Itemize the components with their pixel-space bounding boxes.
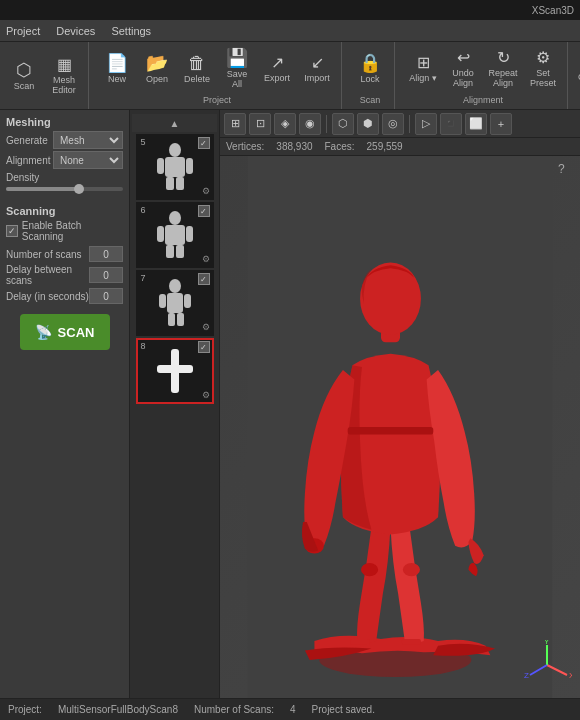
vp-btn-4[interactable]: ◉ xyxy=(299,113,321,135)
meshing-section: Meshing Generate Mesh Point Cloud Alignm… xyxy=(6,116,123,197)
scan-button[interactable]: 📡 SCAN xyxy=(20,314,110,350)
svg-rect-9 xyxy=(165,225,185,245)
lock-label: Lock xyxy=(360,74,379,84)
scan-thumb-8-number: 8 xyxy=(141,341,146,351)
repeat-align-icon: ↻ xyxy=(497,50,510,66)
scan-thumb-6-check[interactable]: ✓ xyxy=(198,205,210,217)
toolbar-group-project: 📄 New 📂 Open 🗑 Delete 💾 Save All ↗ Expor… xyxy=(93,42,342,109)
new-label: New xyxy=(108,74,126,84)
export-label: Export xyxy=(264,73,290,83)
alignment-row: Alignment None Auto Manual xyxy=(6,151,123,169)
status-num-scans-value: 4 xyxy=(290,704,296,715)
generate-label: Generate xyxy=(6,135,48,146)
vp-btn-play[interactable]: ▷ xyxy=(415,113,437,135)
vp-btn-6[interactable]: ⬢ xyxy=(357,113,379,135)
export-button[interactable]: ↗ Export xyxy=(259,47,295,91)
delay-seconds-row: Delay (in seconds) xyxy=(6,288,123,304)
delete-button[interactable]: 🗑 Delete xyxy=(179,47,215,91)
num-scans-input[interactable] xyxy=(89,246,123,262)
vertices-label: Vertices: xyxy=(226,141,264,152)
svg-rect-10 xyxy=(157,226,164,242)
enable-batch-checkbox[interactable]: ✓ xyxy=(6,225,18,237)
scan-group-label: Scan xyxy=(360,95,381,105)
svg-line-36 xyxy=(530,665,547,675)
svg-rect-20 xyxy=(184,294,191,308)
scan-thumb-7[interactable]: 7 ✓ ⚙ xyxy=(136,270,214,336)
align-button[interactable]: ⊞ Align ▾ xyxy=(405,47,441,91)
menu-settings[interactable]: Settings xyxy=(111,25,151,37)
delay-between-input[interactable] xyxy=(89,267,123,283)
repeat-align-button[interactable]: ↻ RepeatAlign xyxy=(485,47,521,91)
alignment-label: Alignment xyxy=(6,155,50,166)
num-scans-row: Number of scans xyxy=(6,246,123,262)
lock-button[interactable]: 🔒 Lock xyxy=(352,47,388,91)
scan-mode-button[interactable]: ⬡ Scan xyxy=(6,54,42,98)
alignment-dropdown[interactable]: None Auto Manual xyxy=(53,151,123,169)
delete-label: Delete xyxy=(184,74,210,84)
menu-devices[interactable]: Devices xyxy=(56,25,95,37)
set-preset-button[interactable]: ⚙ SetPreset xyxy=(525,47,561,91)
toolbar-group-combine: ⬡ Combine ⬡ Uncombine Combine xyxy=(572,42,580,109)
undo-align-label: UndoAlign xyxy=(452,68,474,88)
svg-point-26 xyxy=(361,563,378,576)
new-icon: 📄 xyxy=(106,54,128,72)
save-all-button[interactable]: 💾 Save All xyxy=(219,47,255,91)
viewport-canvas[interactable]: ? xyxy=(220,156,580,698)
set-preset-icon: ⚙ xyxy=(536,50,550,66)
density-label: Density xyxy=(6,172,39,183)
open-button[interactable]: 📂 Open xyxy=(139,47,175,91)
delay-seconds-input[interactable] xyxy=(89,288,123,304)
scan-thumb-5[interactable]: 5 ✓ ⚙ xyxy=(136,134,214,200)
save-all-icon: 💾 xyxy=(226,49,248,67)
vp-btn-5[interactable]: ⬡ xyxy=(332,113,354,135)
menu-project[interactable]: Project xyxy=(6,25,40,37)
viewport-toolbar: ⊞ ⊡ ◈ ◉ ⬡ ⬢ ◎ ▷ ◾ ⬜ + xyxy=(220,110,580,138)
delay-seconds-label: Delay (in seconds) xyxy=(6,291,89,302)
svg-point-15 xyxy=(169,279,181,293)
toolbar-group-alignment: ⊞ Align ▾ ↩ UndoAlign ↻ RepeatAlign ⚙ Se… xyxy=(399,42,568,109)
scan-wifi-icon: 📡 xyxy=(35,324,52,340)
generate-dropdown[interactable]: Mesh Point Cloud xyxy=(53,131,123,149)
scan-thumb-7-preview xyxy=(147,277,203,329)
svg-rect-4 xyxy=(186,158,193,174)
density-slider-thumb[interactable] xyxy=(74,184,84,194)
vp-btn-plus[interactable]: + xyxy=(490,113,512,135)
status-num-scans-label: Number of Scans: xyxy=(194,704,274,715)
scan-thumb-7-number: 7 xyxy=(141,273,146,283)
toolbar-group-scan: 🔒 Lock Scan xyxy=(346,42,395,109)
svg-line-34 xyxy=(547,665,567,675)
scan-list-header[interactable]: ▲ xyxy=(132,114,217,132)
status-saved-label: Project saved. xyxy=(312,704,375,715)
scan-thumb-6-number: 6 xyxy=(141,205,146,215)
scan-thumb-7-check[interactable]: ✓ xyxy=(198,273,210,285)
scan-thumb-5-check[interactable]: ✓ xyxy=(198,137,210,149)
toolbar-group-mode: ⬡ Scan ▦ MeshEditor xyxy=(0,42,89,109)
scan-thumb-6[interactable]: 6 ✓ ⚙ xyxy=(136,202,214,268)
vp-btn-7[interactable]: ◎ xyxy=(382,113,404,135)
scan-thumb-6-preview xyxy=(147,209,203,261)
scan-thumb-8[interactable]: 8 ✓ ⚙ xyxy=(136,338,214,404)
svg-rect-17 xyxy=(168,313,175,326)
scan-thumb-5-number: 5 xyxy=(141,137,146,147)
z-axis-label: Z xyxy=(524,671,529,680)
open-icon: 📂 xyxy=(146,54,168,72)
vp-btn-2[interactable]: ⊡ xyxy=(249,113,271,135)
scan-thumb-7-gear: ⚙ xyxy=(202,322,210,332)
vp-btn-3[interactable]: ◈ xyxy=(274,113,296,135)
vp-btn-frame[interactable]: ⬜ xyxy=(465,113,487,135)
save-all-label: Save All xyxy=(221,69,253,89)
vp-separator-2 xyxy=(409,115,410,133)
vp-btn-grid[interactable]: ⊞ xyxy=(224,113,246,135)
import-button[interactable]: ↙ Import xyxy=(299,47,335,91)
scan-thumb-5-preview xyxy=(147,141,203,193)
svg-rect-32 xyxy=(351,639,370,645)
enable-batch-row: ✓ Enable Batch Scanning xyxy=(6,220,123,242)
svg-rect-5 xyxy=(166,177,174,190)
mesh-editor-button[interactable]: ▦ MeshEditor xyxy=(46,54,82,98)
scan-thumb-8-check[interactable]: ✓ xyxy=(198,341,210,353)
undo-align-button[interactable]: ↩ UndoAlign xyxy=(445,47,481,91)
svg-rect-2 xyxy=(165,157,185,177)
vp-btn-stop[interactable]: ◾ xyxy=(440,113,462,135)
new-button[interactable]: 📄 New xyxy=(99,47,135,91)
scan-mode-icon: ⬡ xyxy=(16,61,32,79)
